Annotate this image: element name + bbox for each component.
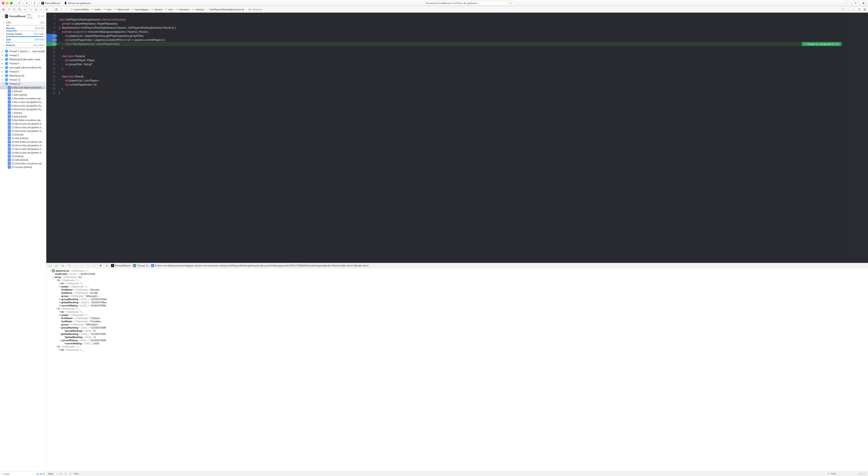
code-line[interactable]: } — [58, 91, 843, 95]
code-line[interactable]: val groupFilter: String? — [58, 62, 843, 66]
line-number[interactable]: 8 — [46, 22, 55, 26]
disclosure-icon[interactable]: ▶ — [59, 310, 61, 313]
sidebar-toggle[interactable]: ☰ — [16, 1, 22, 5]
variable-row[interactable]: group=(ObjHeader *) MissingCo — [46, 323, 868, 326]
auto-label[interactable]: Auto — [48, 472, 53, 475]
hide-debug-icon[interactable]: ▭ — [48, 264, 52, 268]
code-line[interactable]: val playersList = playerRepository.getPl… — [58, 34, 843, 38]
thread-row[interactable]: ▶Tcom.apple.uikit.eventfetch-thr… — [0, 66, 46, 70]
breadcrumb-item[interactable]: 📄GetPlayersRankingInteractor.kt — [206, 8, 244, 11]
thread-row[interactable]: ▶TDBDebugToolkit stderr readi… — [0, 57, 46, 61]
code-line[interactable]: ) — [58, 66, 843, 70]
variable-row[interactable]: firstName=(ObjHeader *) Romain — [46, 288, 868, 291]
line-number[interactable]: 14 — [46, 46, 55, 50]
line-number[interactable]: 17 — [46, 58, 55, 62]
breadcrumb-item[interactable]: 📁commonMain — [70, 8, 89, 11]
code-area[interactable]: class GetPlayersRankingInteractor intern… — [58, 13, 843, 263]
debug-nav-icon[interactable]: ⏸ — [34, 7, 38, 11]
line-number[interactable]: 16 — [46, 54, 55, 58]
stack-frame[interactable]: F3 kfun:kotlin.coroutines.nati… — [0, 97, 46, 100]
code-review-button[interactable]: ⇄ — [852, 1, 859, 5]
stack-frame[interactable]: F12 kfun:io.ktor.util.pipeline.S… — [0, 129, 46, 133]
debug-loc-icon[interactable]: ➤ — [105, 264, 109, 268]
breakpoint-banner[interactable]: ≡Thread 12: breakpoint 6.1 (1) — [802, 42, 841, 46]
breadcrumb-item[interactable]: 📁learningquiz — [132, 8, 149, 11]
code-line[interactable]: val currentPlayerIndex: Int — [58, 83, 843, 87]
breadcrumb-item[interactable]: 📁fabernovel — [114, 8, 129, 11]
breadcrumb-item[interactable]: 📁ranking — [192, 8, 204, 11]
stack-frame[interactable]: F21 kfun:kotlin.coroutines.nat… — [0, 162, 46, 165]
stack-frame[interactable]: F6 kfun:io.ktor.util.pipeline.Su… — [0, 107, 46, 111]
variable-row[interactable]: ▶id=(ObjHeader *) … — [46, 310, 868, 313]
line-number[interactable]: 25 — [46, 91, 55, 95]
stack-frame[interactable]: F16 kfun:io.ktor.util.pipeline.S… — [0, 144, 46, 147]
line-number[interactable]: 12 — [46, 38, 55, 42]
line-number[interactable]: 11 — [46, 34, 55, 38]
variable-row[interactable]: ▼1=(ObjHeader *) … — [46, 307, 868, 310]
pane-left-icon[interactable]: ▯ — [860, 472, 861, 475]
stack-frame[interactable]: F2 with [inlined] — [0, 93, 46, 97]
thread-row[interactable]: ▶TWatchDog (9) — [0, 74, 46, 78]
filter-opt1-icon[interactable]: ▤ — [36, 472, 39, 475]
gauge-memory[interactable]: ▪Memory65,6 MB — [2, 26, 44, 30]
code-line[interactable] — [58, 70, 843, 74]
process-header[interactable]: ▼ P PernodRicard PID 1059 ⓘ 👁 — [0, 13, 46, 20]
variable-row[interactable]: ▶currentRating=(int32_t *) 0x2824708b0 — [46, 304, 868, 307]
stack-frame[interactable]: F19 [inlined] — [0, 155, 46, 158]
code-line[interactable]: ) : BaseInteractor<GetPlayersRankingInte… — [58, 26, 843, 30]
sidebar-filter-input[interactable] — [4, 473, 35, 475]
disclosure-icon[interactable]: ▼ — [59, 326, 61, 329]
gutter[interactable]: 678910111213141516171819202122232425 — [46, 13, 58, 263]
thread-row[interactable]: ▶TThread 4 — [0, 61, 46, 66]
run-button[interactable] — [24, 1, 30, 5]
disclosure-icon[interactable]: ▶ — [59, 348, 61, 351]
variable-row[interactable]: ▼groupRanking=(int32_t *) 0x2824708f8 — [46, 326, 868, 329]
variable-row[interactable]: ▼LplayersList=(ObjHeader *) … — [46, 269, 868, 272]
step-into-icon[interactable]: ↓ — [73, 264, 78, 268]
variable-row[interactable]: ▶groupRanking=(int32_t *) 0x2824708a8 — [46, 298, 868, 301]
variable-row[interactable]: ▼0=(ObjHeader *) … — [46, 279, 868, 282]
breadcrumb[interactable]: 📁commonMain📁kotlin📁com📁fabernovel📁learni… — [70, 8, 244, 11]
editor[interactable]: 678910111213141516171819202122232425 cla… — [46, 13, 868, 263]
vars-filter-input[interactable] — [74, 472, 825, 475]
line-number[interactable]: 18 — [46, 62, 55, 66]
disclosure-icon[interactable]: ▶ — [59, 298, 61, 301]
assistant-back-icon[interactable]: ‹⚠ — [841, 7, 845, 11]
debug-sim-icon[interactable]: ✱ — [98, 264, 103, 268]
breadcrumb-item[interactable]: 📁kotlin — [92, 8, 101, 11]
line-number[interactable]: 9 — [46, 26, 55, 30]
step-over-icon[interactable]: ↷ — [67, 264, 71, 268]
line-number[interactable]: 10 — [46, 30, 55, 34]
disclosure-icon[interactable]: ▶ — [2, 71, 4, 73]
disclosure-icon[interactable]: ▼ — [53, 275, 55, 279]
print-icon[interactable]: ⓘ — [65, 472, 67, 475]
pane-right-icon[interactable]: ▯ — [865, 472, 866, 475]
code-line[interactable]: val currentPlayerIndex = playersList.ind… — [58, 38, 843, 42]
gauge-energy-impact[interactable]: ▪Energy ImpactVery High — [2, 32, 44, 36]
stack-frame[interactable]: F8 with [inlined] — [0, 115, 46, 118]
stack-frame[interactable]: F22 resume [inlined] — [0, 165, 46, 169]
line-number[interactable]: 24 — [46, 87, 55, 91]
stack-frame[interactable]: F20 with [inlined] — [0, 158, 46, 162]
line-number[interactable]: 7 — [46, 18, 55, 22]
nav-tree-icon[interactable]: ☰ — [12, 7, 16, 11]
gauge-disk[interactable]: ▪Disk208 KB/s — [2, 37, 44, 41]
variables-view[interactable]: ▼LplayersList=(ObjHeader *) …modCount=(i… — [46, 268, 868, 471]
continue-icon[interactable]: ▷| — [60, 264, 65, 268]
line-number[interactable]: 15 — [46, 50, 55, 54]
step-out-icon[interactable]: ↑ — [79, 264, 84, 268]
code-line[interactable]: data class Params( — [58, 54, 843, 58]
max-window[interactable] — [10, 2, 13, 4]
gauge-cpu[interactable]: ▪CPU8% — [2, 21, 44, 25]
line-number[interactable]: 6 — [46, 13, 55, 18]
code-line[interactable]: private val playerRepository: PlayerRepo… — [58, 22, 843, 26]
disclosure-icon[interactable]: ▶ — [2, 55, 4, 57]
thread-row-12[interactable]: ▼TThread 12 — [0, 82, 46, 86]
variable-row[interactable]: ▶avatar=(ObjHeader *) … — [46, 313, 868, 316]
disclosure-icon[interactable]: ▶ — [59, 304, 61, 307]
disclosure-icon[interactable]: ▼ — [56, 345, 58, 348]
stack-frame[interactable]: F1 [inlined] — [0, 90, 46, 93]
code-line[interactable]: ) — [58, 87, 843, 91]
line-number[interactable]: 23 — [46, 83, 55, 87]
code-line[interactable]: class GetPlayersRankingInteractor intern… — [58, 18, 843, 22]
